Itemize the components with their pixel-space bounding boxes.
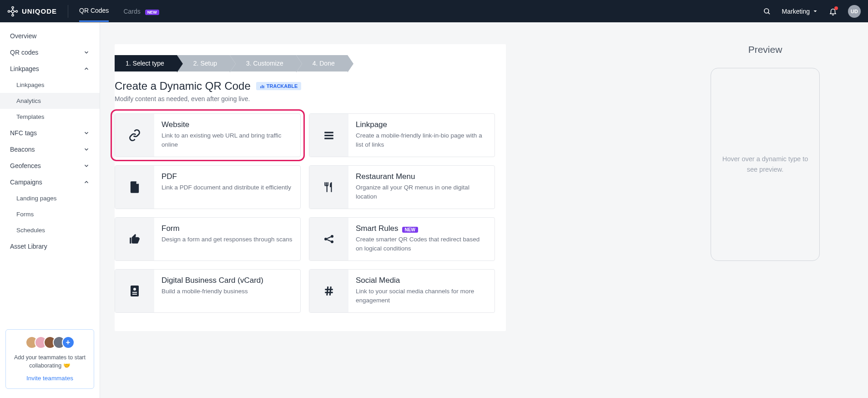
sidebar-item-label: Overview bbox=[10, 32, 36, 40]
add-teammate-button[interactable]: + bbox=[62, 336, 75, 349]
step-customize[interactable]: 3. Customize bbox=[230, 55, 296, 71]
type-social[interactable]: Social Media Link to your social media c… bbox=[309, 269, 495, 313]
type-restaurant[interactable]: Restaurant Menu Organize all your QR men… bbox=[309, 165, 495, 209]
sidebar-campaigns-forms[interactable]: Forms bbox=[0, 206, 100, 222]
page-title-row: Create a Dynamic QR Code TRACKABLE bbox=[115, 80, 506, 95]
step-label: 1. Select type bbox=[126, 60, 164, 67]
chevron-up-icon bbox=[83, 179, 90, 185]
type-body: Digital Business Card (vCard) Build a mo… bbox=[154, 270, 300, 312]
svg-rect-11 bbox=[260, 86, 261, 88]
notification-dot bbox=[834, 6, 838, 10]
step-done[interactable]: 4. Done bbox=[296, 55, 348, 71]
sidebar-item-label: Beacons bbox=[10, 146, 35, 153]
svg-point-9 bbox=[764, 9, 769, 13]
sidebar-item-label: Linkpages bbox=[16, 82, 45, 88]
brand-name: UNIQODE bbox=[22, 7, 57, 15]
sidebar-item-label: Forms bbox=[16, 211, 34, 218]
svg-line-29 bbox=[330, 286, 331, 296]
id-card-icon bbox=[115, 270, 154, 312]
sidebar-campaigns-schedules[interactable]: Schedules bbox=[0, 222, 100, 238]
sidebar-linkpages[interactable]: Linkpages bbox=[0, 61, 100, 77]
type-form[interactable]: Form Design a form and get responses thr… bbox=[115, 217, 301, 261]
new-badge: NEW bbox=[145, 10, 159, 15]
page-subtitle: Modify content as needed, even after goi… bbox=[115, 95, 506, 102]
sidebar-item-label: Asset Library bbox=[10, 243, 47, 250]
sidebar-item-label: Templates bbox=[16, 113, 45, 120]
notifications-button[interactable] bbox=[829, 7, 837, 15]
svg-rect-15 bbox=[324, 135, 333, 136]
sidebar-qr-codes[interactable]: QR codes bbox=[0, 44, 100, 61]
topnav-cards[interactable]: Cards NEW bbox=[123, 1, 159, 21]
svg-point-1 bbox=[12, 6, 14, 8]
chevron-down-icon bbox=[83, 163, 90, 169]
type-body: Website Link to an existing web URL and … bbox=[154, 114, 300, 157]
sidebar-linkpages-templates[interactable]: Templates bbox=[0, 109, 100, 125]
sidebar-item-label: Schedules bbox=[16, 227, 45, 234]
sidebar-beacons[interactable]: Beacons bbox=[0, 141, 100, 158]
type-desc: Organize all your QR menus in one digita… bbox=[356, 183, 487, 202]
svg-point-17 bbox=[324, 238, 327, 240]
avatar[interactable]: UD bbox=[848, 5, 861, 18]
list-icon bbox=[309, 114, 348, 157]
avatar-initials: UD bbox=[851, 9, 858, 14]
preview-title: Preview bbox=[677, 44, 853, 55]
sidebar-item-label: Linkpages bbox=[10, 65, 39, 72]
share-icon bbox=[309, 218, 348, 260]
sidebar-campaigns[interactable]: Campaigns bbox=[0, 174, 100, 190]
brand-logo[interactable]: UNIQODE bbox=[7, 6, 57, 17]
svg-line-10 bbox=[768, 12, 770, 14]
step-select-type[interactable]: 1. Select type bbox=[115, 55, 177, 71]
sidebar-linkpages-linkpages[interactable]: Linkpages bbox=[0, 77, 100, 93]
topbar-divider bbox=[68, 5, 68, 18]
topbar-right: Marketing UD bbox=[763, 5, 861, 18]
step-setup[interactable]: 2. Setup bbox=[177, 55, 230, 71]
trackable-label: TRACKABLE bbox=[267, 83, 298, 89]
sidebar-linkpages-analytics[interactable]: Analytics bbox=[0, 93, 100, 109]
sidebar-item-label: Analytics bbox=[16, 97, 41, 104]
preview-col: Preview Hover over a dynamic type to see… bbox=[677, 22, 868, 398]
search-icon[interactable] bbox=[763, 7, 771, 15]
new-badge: NEW bbox=[402, 227, 418, 233]
sidebar-overview[interactable]: Overview bbox=[0, 28, 100, 44]
type-linkpage[interactable]: Linkpage Create a mobile-friendly link-i… bbox=[309, 113, 495, 157]
stepper: 1. Select type 2. Setup 3. Customize 4. … bbox=[115, 55, 506, 71]
team-dropdown[interactable]: Marketing bbox=[782, 8, 818, 15]
type-desc: Link to an existing web URL and bring tr… bbox=[161, 131, 293, 150]
chevron-down-icon bbox=[83, 146, 90, 153]
chevron-down-icon bbox=[83, 49, 90, 56]
topnav-cards-label: Cards bbox=[123, 8, 140, 15]
invite-link[interactable]: Invite teammates bbox=[26, 375, 73, 382]
sidebar-geofences[interactable]: Geofences bbox=[0, 158, 100, 174]
type-title: Website bbox=[161, 120, 293, 129]
sidebar-nfc-tags[interactable]: NFC tags bbox=[0, 125, 100, 141]
type-title: Linkpage bbox=[356, 120, 487, 129]
type-body: Linkpage Create a mobile-friendly link-i… bbox=[348, 114, 495, 157]
svg-point-23 bbox=[133, 288, 136, 291]
team-name: Marketing bbox=[782, 8, 810, 15]
page-title: Create a Dynamic QR Code bbox=[115, 80, 251, 92]
type-body: Restaurant Menu Organize all your QR men… bbox=[348, 166, 495, 209]
sidebar-item-label: NFC tags bbox=[10, 129, 37, 137]
type-vcard[interactable]: Digital Business Card (vCard) Build a mo… bbox=[115, 269, 301, 313]
layout: Overview QR codes Linkpages Linkpages An… bbox=[0, 22, 868, 398]
content-card: 1. Select type 2. Setup 3. Customize 4. … bbox=[115, 44, 506, 331]
type-pdf[interactable]: PDF Link a PDF document and distribute i… bbox=[115, 165, 301, 209]
chart-icon bbox=[260, 84, 265, 89]
type-website[interactable]: Website Link to an existing web URL and … bbox=[115, 113, 301, 157]
topnav-qr-codes[interactable]: QR Codes bbox=[79, 0, 109, 22]
type-title: Restaurant Menu bbox=[356, 172, 487, 181]
sidebar-campaigns-landing[interactable]: Landing pages bbox=[0, 190, 100, 206]
svg-point-0 bbox=[11, 10, 14, 13]
type-desc: Design a form and get responses through … bbox=[161, 235, 293, 244]
sidebar-item-label: QR codes bbox=[10, 49, 38, 56]
svg-line-20 bbox=[327, 237, 331, 239]
svg-rect-12 bbox=[262, 85, 262, 88]
chevron-down-icon bbox=[812, 9, 818, 14]
chevron-down-icon bbox=[83, 130, 90, 136]
svg-rect-14 bbox=[324, 132, 333, 133]
svg-rect-16 bbox=[324, 138, 333, 139]
type-smart-rules[interactable]: Smart Rules NEW Create smarter QR Codes … bbox=[309, 217, 495, 261]
svg-point-2 bbox=[12, 14, 14, 16]
sidebar-asset-library[interactable]: Asset Library bbox=[0, 238, 100, 255]
step-label: 4. Done bbox=[313, 60, 335, 67]
